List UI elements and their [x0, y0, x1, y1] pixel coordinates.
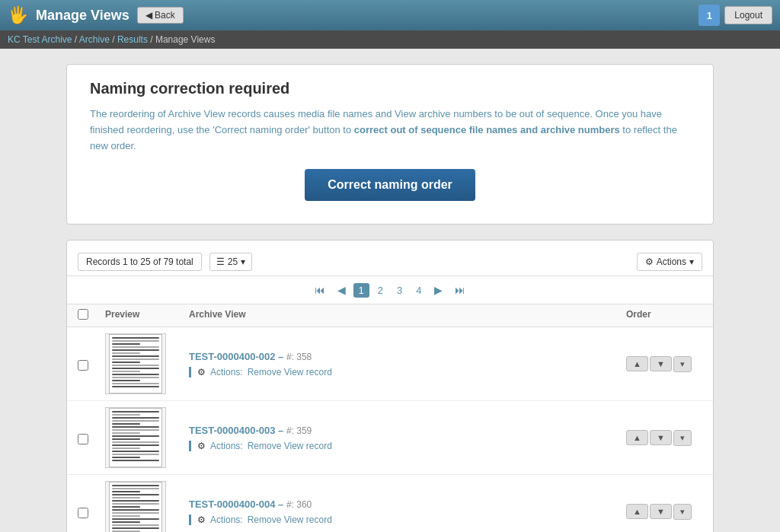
- select-all-checkbox[interactable]: [78, 309, 88, 320]
- row-2-drop-button[interactable]: ▾: [673, 430, 692, 446]
- next-page-button[interactable]: ▶: [430, 282, 447, 298]
- per-page-button[interactable]: ☰ 25 ▾: [209, 253, 252, 271]
- logout-button[interactable]: Logout: [724, 6, 772, 24]
- breadcrumb-link-results-page[interactable]: Results: [117, 34, 148, 45]
- row-1-remove-link[interactable]: Remove View record: [248, 367, 332, 377]
- actions-button[interactable]: ⚙ Actions ▾: [637, 253, 702, 271]
- select-all-header[interactable]: [78, 309, 105, 322]
- row-2-remove-link[interactable]: Remove View record: [248, 441, 332, 451]
- row-2-actions: ⚙ Actions: Remove View record: [189, 441, 626, 451]
- row-2-up-button[interactable]: ▲: [626, 430, 648, 445]
- table-row: TEST-0000400-002 – #: 358 ⚙ Actions: Rem…: [67, 327, 713, 401]
- row-1-archive-view: TEST-0000400-002 – #: 358 ⚙ Actions: Rem…: [189, 348, 626, 381]
- gear-icon: ⚙: [645, 256, 654, 267]
- hand-icon: 🖐: [8, 5, 28, 25]
- pagination: ⏮ ◀ 1 2 3 4 ▶ ⏭: [67, 276, 713, 304]
- row-1-up-button[interactable]: ▲: [626, 356, 648, 371]
- per-page-chevron: ▾: [241, 256, 245, 267]
- row-1-thumbnail: [105, 333, 189, 394]
- row-3-down-button[interactable]: ▼: [650, 504, 672, 519]
- breadcrumb-link-archive[interactable]: KC Test Archive: [8, 34, 72, 45]
- page-3-button[interactable]: 3: [392, 283, 408, 298]
- row-3-actions: ⚙ Actions: Remove View record: [189, 514, 626, 525]
- back-button[interactable]: ◀ Back: [137, 7, 184, 24]
- correct-naming-order-button[interactable]: Correct naming order: [305, 169, 475, 201]
- toolbar-left: Records 1 to 25 of 79 total ☰ 25 ▾: [78, 253, 252, 271]
- header-left: 🖐 Manage Views ◀ Back: [8, 5, 184, 25]
- alert-title: Naming correction required: [90, 80, 690, 97]
- row-3-checkbox-cell: [78, 505, 105, 518]
- row-1-order-cell: ▲ ▼ ▾: [626, 356, 702, 372]
- row-2-down-button[interactable]: ▼: [650, 430, 672, 445]
- order-header: Order: [626, 309, 702, 322]
- page-header: 🖐 Manage Views ◀ Back 1 Logout: [0, 0, 780, 30]
- row-1-drop-button[interactable]: ▾: [673, 356, 692, 372]
- row-1-actions: ⚙ Actions: Remove View record: [189, 367, 626, 377]
- row-3-hash: #: 360: [286, 499, 312, 510]
- row-2-gear-icon: ⚙: [197, 441, 206, 451]
- alert-description: The reordering of Archive View records c…: [90, 107, 690, 154]
- row-3-drop-button[interactable]: ▾: [673, 504, 692, 520]
- table-row: TEST-0000400-003 – #: 359 ⚙ Actions: Rem…: [67, 401, 713, 475]
- header-right: 1 Logout: [698, 5, 772, 26]
- row-3-gear-icon: ⚙: [197, 514, 206, 525]
- row-1-gear-icon: ⚙: [197, 367, 206, 377]
- notification-button[interactable]: 1: [698, 5, 720, 26]
- breadcrumb-current: Manage Views: [155, 34, 216, 45]
- last-page-button[interactable]: ⏭: [450, 282, 470, 298]
- table-header: Preview Archive View Order: [67, 304, 713, 327]
- row-3-actions-link[interactable]: Actions:: [210, 514, 243, 525]
- list-icon: ☰: [216, 256, 225, 267]
- row-3-thumbnail: [105, 481, 189, 532]
- prev-page-button[interactable]: ◀: [333, 282, 350, 298]
- row-2-checkbox[interactable]: [78, 434, 88, 444]
- page-2-button[interactable]: 2: [372, 283, 388, 298]
- preview-header: Preview: [105, 309, 189, 322]
- actions-chevron: ▾: [689, 256, 694, 267]
- row-2-order-cell: ▲ ▼ ▾: [626, 430, 702, 446]
- row-1-id: TEST-0000400-002 – #: 358: [189, 351, 626, 362]
- first-page-button[interactable]: ⏮: [310, 282, 330, 298]
- page-1-button[interactable]: 1: [353, 283, 369, 298]
- actions-label: Actions: [657, 256, 686, 267]
- records-panel: Records 1 to 25 of 79 total ☰ 25 ▾ ⚙ Act…: [66, 240, 714, 532]
- row-2-id: TEST-0000400-003 – #: 359: [189, 425, 626, 436]
- row-1-down-button[interactable]: ▼: [650, 356, 672, 371]
- page-title: Manage Views: [36, 8, 129, 24]
- naming-alert-box: Naming correction required The reorderin…: [66, 64, 714, 225]
- row-3-remove-link[interactable]: Remove View record: [248, 514, 332, 525]
- row-2-thumbnail: [105, 407, 189, 468]
- row-1-actions-link[interactable]: Actions:: [210, 367, 243, 377]
- row-1-checkbox-cell: [78, 357, 105, 371]
- row-3-id: TEST-0000400-004 – #: 360: [189, 499, 626, 510]
- row-2-checkbox-cell: [78, 431, 105, 444]
- breadcrumb-link-results[interactable]: Archive: [79, 34, 110, 45]
- main-content: Naming correction required The reorderin…: [0, 49, 780, 532]
- row-3-up-button[interactable]: ▲: [626, 504, 648, 519]
- row-1-checkbox[interactable]: [78, 360, 88, 371]
- records-info: Records 1 to 25 of 79 total: [78, 253, 202, 271]
- per-page-value: 25: [228, 256, 238, 267]
- row-1-hash: #: 358: [286, 352, 312, 362]
- page-4-button[interactable]: 4: [411, 283, 427, 298]
- row-3-archive-view: TEST-0000400-004 – #: 360 ⚙ Actions: Rem…: [189, 495, 626, 528]
- archive-view-header: Archive View: [189, 309, 626, 322]
- row-2-actions-link[interactable]: Actions:: [210, 441, 243, 451]
- row-3-checkbox[interactable]: [78, 508, 88, 518]
- table-row: TEST-0000400-004 – #: 360 ⚙ Actions: Rem…: [67, 475, 713, 532]
- toolbar: Records 1 to 25 of 79 total ☰ 25 ▾ ⚙ Act…: [67, 248, 713, 276]
- row-3-order-cell: ▲ ▼ ▾: [626, 504, 702, 520]
- row-2-hash: #: 359: [286, 425, 312, 436]
- row-2-archive-view: TEST-0000400-003 – #: 359 ⚙ Actions: Rem…: [189, 422, 626, 454]
- breadcrumb: KC Test Archive / Archive / Results / Ma…: [0, 30, 780, 49]
